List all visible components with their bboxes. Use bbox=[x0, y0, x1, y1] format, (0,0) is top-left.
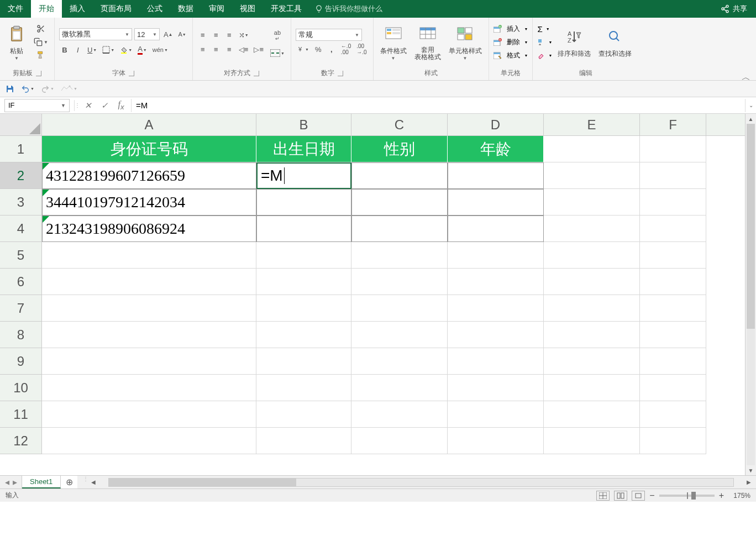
tab-review[interactable]: 审阅 bbox=[201, 0, 232, 18]
conditional-format-button[interactable]: 条件格式 ▼ bbox=[378, 20, 409, 64]
undo-button[interactable]: ▼ bbox=[21, 85, 34, 93]
cell-E12[interactable] bbox=[544, 428, 640, 454]
normal-view-button[interactable] bbox=[596, 491, 610, 501]
vscroll-track[interactable] bbox=[747, 124, 755, 465]
cell-C7[interactable] bbox=[351, 295, 448, 322]
cell-C4[interactable] bbox=[351, 216, 448, 242]
cell-A9[interactable] bbox=[42, 348, 256, 375]
cell-F12[interactable] bbox=[640, 428, 706, 454]
cell-D8[interactable] bbox=[448, 322, 544, 348]
cell-A7[interactable] bbox=[42, 295, 256, 322]
format-painter-button[interactable] bbox=[32, 50, 50, 61]
col-header-E[interactable]: E bbox=[544, 114, 640, 135]
increase-font-button[interactable]: A▲ bbox=[162, 29, 175, 40]
active-cell-editor[interactable]: =M bbox=[256, 162, 351, 189]
row-header-10[interactable]: 10 bbox=[0, 375, 42, 401]
insert-cells-button[interactable]: +插入▼ bbox=[494, 23, 528, 35]
cell-C8[interactable] bbox=[351, 322, 448, 348]
cell-D7[interactable] bbox=[448, 295, 544, 322]
merge-button[interactable]: ▼ bbox=[269, 48, 286, 59]
cell-A3[interactable]: 344410197912142034 bbox=[42, 189, 256, 216]
cell-C6[interactable] bbox=[351, 269, 448, 295]
row-header-2[interactable]: 2 bbox=[0, 162, 42, 189]
cell-E11[interactable] bbox=[544, 401, 640, 428]
tab-page-layout[interactable]: 页面布局 bbox=[93, 0, 139, 18]
select-all-button[interactable] bbox=[0, 114, 42, 135]
scroll-left-button[interactable]: ◀ bbox=[88, 477, 98, 487]
cell-E2[interactable] bbox=[544, 162, 640, 189]
align-right-button[interactable]: ≡ bbox=[224, 44, 235, 55]
col-header-F[interactable]: F bbox=[640, 114, 706, 135]
cell-D11[interactable] bbox=[448, 401, 544, 428]
align-bottom-button[interactable]: ≡ bbox=[224, 29, 235, 40]
hscroll-track[interactable] bbox=[108, 478, 734, 487]
tab-data[interactable]: 数据 bbox=[170, 0, 201, 18]
clipboard-launcher[interactable] bbox=[36, 71, 41, 76]
cell-E7[interactable] bbox=[544, 295, 640, 322]
cell-D4[interactable] bbox=[448, 216, 544, 242]
cell-F8[interactable] bbox=[640, 322, 706, 348]
delete-cells-button[interactable]: ×删除▼ bbox=[494, 36, 528, 48]
page-layout-view-button[interactable] bbox=[614, 491, 627, 501]
cell-C10[interactable] bbox=[351, 375, 448, 401]
cell-F6[interactable] bbox=[640, 269, 706, 295]
tab-file[interactable]: 文件 bbox=[0, 0, 31, 18]
enter-formula-button[interactable]: ✓ bbox=[99, 101, 110, 111]
add-sheet-button[interactable]: ⊕ bbox=[61, 477, 77, 487]
row-header-9[interactable]: 9 bbox=[0, 348, 42, 375]
expand-formula-bar-button[interactable]: ⌄ bbox=[745, 99, 756, 112]
cell-B11[interactable] bbox=[256, 401, 351, 428]
cell-E3[interactable] bbox=[544, 189, 640, 216]
cell-C1[interactable]: 性别 bbox=[351, 136, 448, 162]
format-as-table-button[interactable]: 套用 表格格式 bbox=[412, 20, 443, 64]
number-format-dropdown[interactable]: 常规▼ bbox=[296, 29, 362, 41]
cell-C2[interactable] bbox=[351, 162, 448, 189]
cell-A11[interactable] bbox=[42, 401, 256, 428]
tab-view[interactable]: 视图 bbox=[232, 0, 263, 18]
cell-E1[interactable] bbox=[544, 136, 640, 162]
tab-developer[interactable]: 开发工具 bbox=[263, 0, 309, 18]
align-middle-button[interactable]: ≡ bbox=[211, 29, 222, 40]
font-launcher[interactable] bbox=[129, 71, 134, 76]
cell-A8[interactable] bbox=[42, 322, 256, 348]
cell-B12[interactable] bbox=[256, 428, 351, 454]
cell-D5[interactable] bbox=[448, 242, 544, 269]
cut-button[interactable] bbox=[32, 23, 50, 34]
cell-E6[interactable] bbox=[544, 269, 640, 295]
tab-insert[interactable]: 插入 bbox=[62, 0, 93, 18]
align-left-button[interactable]: ≡ bbox=[197, 44, 208, 55]
row-header-1[interactable]: 1 bbox=[0, 136, 42, 162]
cell-D12[interactable] bbox=[448, 428, 544, 454]
cell-styles-button[interactable]: 单元格样式 ▼ bbox=[447, 20, 484, 64]
cell-B8[interactable] bbox=[256, 322, 351, 348]
cell-A10[interactable] bbox=[42, 375, 256, 401]
tab-formulas[interactable]: 公式 bbox=[139, 0, 170, 18]
tell-me-search[interactable]: 告诉我你想做什么 bbox=[309, 0, 388, 18]
tab-home[interactable]: 开始 bbox=[31, 0, 62, 18]
cell-B3[interactable] bbox=[256, 189, 351, 216]
cell-F7[interactable] bbox=[640, 295, 706, 322]
col-header-A[interactable]: A bbox=[42, 114, 256, 135]
percent-button[interactable]: % bbox=[313, 44, 324, 55]
cell-A12[interactable] bbox=[42, 428, 256, 454]
sort-filter-button[interactable]: AZ 排序和筛选 bbox=[555, 20, 593, 64]
orientation-button[interactable]: ⤭▼ bbox=[237, 29, 250, 40]
number-launcher[interactable] bbox=[338, 71, 343, 76]
zoom-slider-thumb[interactable] bbox=[691, 492, 696, 500]
autosum-button[interactable]: Σ▼ bbox=[537, 23, 552, 35]
cell-D2[interactable] bbox=[448, 162, 544, 189]
decrease-font-button[interactable]: A▼ bbox=[177, 29, 188, 40]
cell-E5[interactable] bbox=[544, 242, 640, 269]
vscroll-thumb[interactable] bbox=[747, 124, 755, 329]
col-header-B[interactable]: B bbox=[256, 114, 351, 135]
insert-function-button[interactable]: fx bbox=[116, 99, 127, 111]
font-color-button[interactable]: A▼ bbox=[136, 44, 149, 55]
vertical-scrollbar[interactable]: ▲ ▼ bbox=[745, 114, 756, 475]
row-header-8[interactable]: 8 bbox=[0, 322, 42, 348]
cell-B1[interactable]: 出生日期 bbox=[256, 136, 351, 162]
increase-indent-button[interactable]: ▷≡ bbox=[252, 44, 265, 55]
cell-B5[interactable] bbox=[256, 242, 351, 269]
copy-button[interactable]: ▼ bbox=[32, 36, 50, 48]
increase-decimal-button[interactable]: ←.0.00 bbox=[339, 44, 353, 55]
cancel-formula-button[interactable]: ✕ bbox=[82, 101, 93, 111]
